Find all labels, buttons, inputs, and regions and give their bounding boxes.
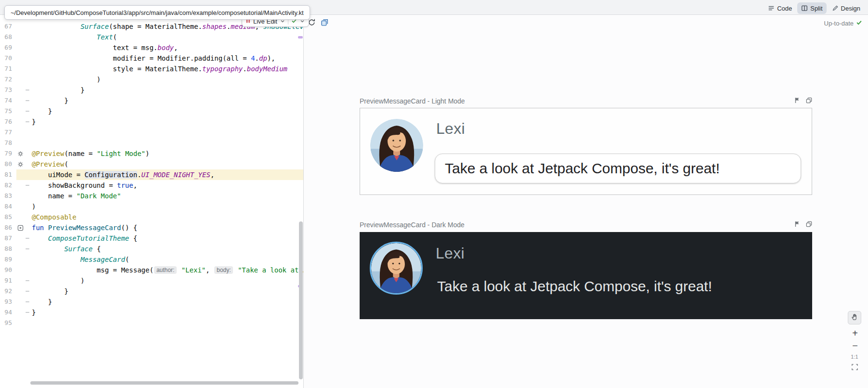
code-text[interactable]: ) xyxy=(31,74,303,85)
code-line[interactable]: 86fun PreviewMessageCard() { xyxy=(0,222,303,233)
code-line[interactable]: 70 modifier = Modifier.padding(all = 4.d… xyxy=(0,53,303,64)
fold-marker-slot[interactable] xyxy=(24,286,31,297)
code-line[interactable]: 69 text = msg.body, xyxy=(0,42,303,53)
fold-marker-slot[interactable] xyxy=(24,275,31,286)
code-line[interactable]: 80@Preview( xyxy=(0,159,303,169)
code-text[interactable]: Surface { xyxy=(31,244,303,254)
copy-icon[interactable] xyxy=(806,97,812,105)
fold-marker-slot xyxy=(24,21,31,32)
zoom-to-fit-button[interactable] xyxy=(849,363,860,373)
code-line[interactable]: 71 style = MaterialTheme.typography.body… xyxy=(0,64,303,74)
code-line[interactable]: 92 } xyxy=(0,286,303,297)
line-number: 72 xyxy=(0,74,16,85)
code-text[interactable]: } xyxy=(31,85,303,95)
code-text[interactable]: MessageCard( xyxy=(31,254,303,265)
code-line[interactable]: 87 ComposeTutorialTheme { xyxy=(0,233,303,244)
code-line[interactable]: 90 msg = Message(author: "Lexi", body: "… xyxy=(0,265,303,275)
code-line[interactable]: 77 xyxy=(0,127,303,138)
code-text[interactable]: } xyxy=(31,95,303,106)
code-line[interactable]: 72 ) xyxy=(0,74,303,85)
code-line[interactable]: 94} xyxy=(0,307,303,318)
fold-marker-slot[interactable] xyxy=(24,180,31,191)
code-text[interactable]: Text( xyxy=(31,32,303,42)
code-text[interactable]: } xyxy=(31,307,303,318)
code-text[interactable]: ) xyxy=(31,275,303,286)
fold-marker-slot xyxy=(24,318,31,328)
check-icon xyxy=(856,19,862,27)
code-line[interactable]: 91 ) xyxy=(0,275,303,286)
zoom-out-button[interactable]: − xyxy=(849,340,861,351)
copy-icon[interactable] xyxy=(806,221,812,229)
code-text[interactable]: ) xyxy=(31,201,303,212)
code-text[interactable]: uiMode = Configuration.UI_MODE_NIGHT_YES… xyxy=(31,169,303,180)
code-text[interactable]: } xyxy=(31,116,303,127)
fold-marker-slot[interactable] xyxy=(24,116,31,127)
fold-marker-slot[interactable] xyxy=(24,297,31,307)
code-text[interactable]: text = msg.body, xyxy=(31,42,303,53)
preview-settings-gear-icon[interactable] xyxy=(16,148,24,159)
preview-light-card: Lexi Take a look at Jetpack Compose, it'… xyxy=(360,108,812,195)
split-mode-button[interactable]: Split xyxy=(797,2,826,14)
code-line[interactable]: 78 xyxy=(0,138,303,148)
code-text[interactable]: @Preview(name = "Light Mode") xyxy=(31,148,303,159)
code-line[interactable]: 88 Surface { xyxy=(0,244,303,254)
code-line[interactable]: 95 xyxy=(0,318,303,328)
line-number: 77 xyxy=(0,127,16,138)
code-text[interactable]: msg = Message(author: "Lexi", body: "Tak… xyxy=(31,265,303,275)
code-text[interactable] xyxy=(31,127,303,138)
code-line[interactable]: 93 } xyxy=(0,297,303,307)
run-preview-icon[interactable] xyxy=(16,222,24,233)
code-mode-button[interactable]: Code xyxy=(764,2,796,14)
fold-marker-slot[interactable] xyxy=(24,307,31,318)
pan-button[interactable] xyxy=(848,311,861,324)
code-line[interactable]: 75 } xyxy=(0,106,303,116)
fold-marker-slot[interactable] xyxy=(24,95,31,106)
code-text[interactable]: @Preview( xyxy=(31,159,303,169)
preview-status[interactable]: Up-to-date xyxy=(824,19,862,27)
gutter-icon-slot xyxy=(16,307,24,318)
code-text[interactable]: fun PreviewMessageCard() { xyxy=(31,222,303,233)
editor-preview-splitter[interactable] xyxy=(303,15,304,388)
flag-icon[interactable] xyxy=(794,221,800,229)
line-number: 91 xyxy=(0,275,16,286)
code-line[interactable]: 73 } xyxy=(0,85,303,95)
code-line[interactable]: 76} xyxy=(0,116,303,127)
code-line[interactable]: 89 MessageCard( xyxy=(0,254,303,265)
code-text[interactable]: } xyxy=(31,106,303,116)
code-line[interactable]: 83 name = "Dark Mode" xyxy=(0,191,303,201)
code-text[interactable]: modifier = Modifier.padding(all = 4.dp), xyxy=(31,53,303,64)
code-text[interactable] xyxy=(31,318,303,328)
code-line[interactable]: 74 } xyxy=(0,95,303,106)
preview-toolbar xyxy=(308,18,329,28)
zoom-in-button[interactable]: + xyxy=(849,328,861,338)
design-mode-label: Design xyxy=(841,5,860,12)
horizontal-scrollbar[interactable] xyxy=(30,381,298,385)
code-text[interactable]: style = MaterialTheme.typography.bodyMed… xyxy=(31,64,303,74)
code-text[interactable]: ComposeTutorialTheme { xyxy=(31,233,303,244)
ui-check-layers-icon[interactable] xyxy=(321,18,329,28)
code-line[interactable]: 85@Composable xyxy=(0,212,303,222)
fold-marker-slot[interactable] xyxy=(24,106,31,116)
code-text[interactable] xyxy=(31,138,303,148)
gutter-icon-slot xyxy=(16,254,24,265)
fold-marker-slot[interactable] xyxy=(24,244,31,254)
fold-marker-slot[interactable] xyxy=(24,85,31,95)
code-line[interactable]: 84) xyxy=(0,201,303,212)
code-text[interactable]: @Composable xyxy=(31,212,303,222)
flag-icon[interactable] xyxy=(794,97,800,105)
preview-settings-gear-icon[interactable] xyxy=(16,159,24,169)
code-line[interactable]: 79@Preview(name = "Light Mode") xyxy=(0,148,303,159)
code-editor[interactable]: 67 Surface(shape = MaterialTheme.shapes.… xyxy=(0,15,303,388)
code-line[interactable]: 82 showBackground = true, xyxy=(0,180,303,191)
code-line[interactable]: 81 uiMode = Configuration.UI_MODE_NIGHT_… xyxy=(0,169,303,180)
vertical-scrollbar[interactable] xyxy=(299,221,303,379)
code-text[interactable]: showBackground = true, xyxy=(31,180,303,191)
code-line[interactable]: 68 Text( xyxy=(0,32,303,42)
code-text[interactable]: } xyxy=(31,297,303,307)
code-text[interactable]: } xyxy=(31,286,303,297)
breadcrumb[interactable]: ~/Development/GitHub/ComposeTutorial3/ap… xyxy=(4,5,310,20)
zoom-actual-button[interactable]: 1:1 xyxy=(849,354,860,360)
design-mode-button[interactable]: Design xyxy=(828,2,864,14)
fold-marker-slot[interactable] xyxy=(24,233,31,244)
code-text[interactable]: name = "Dark Mode" xyxy=(31,191,303,201)
